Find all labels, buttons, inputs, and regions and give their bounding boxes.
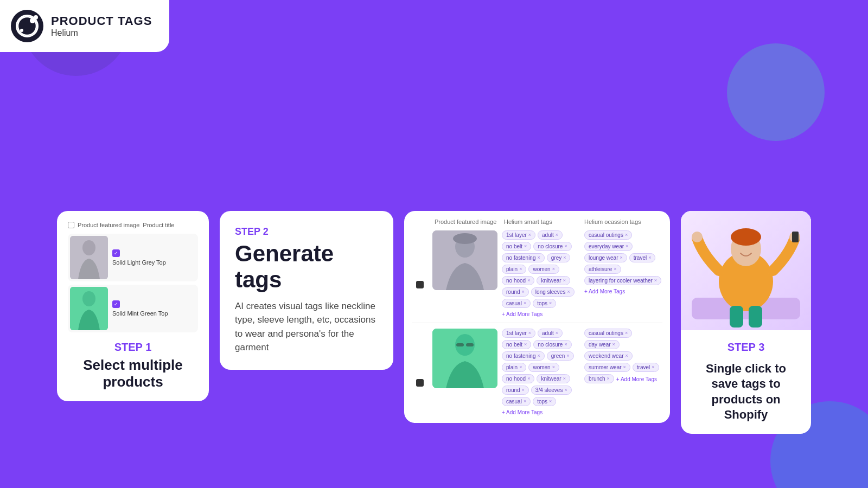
svg-point-2 <box>20 29 23 32</box>
step3-card: STEP 3 Single click to save tags to prod… <box>681 211 811 434</box>
svg-point-0 <box>18 17 36 35</box>
col-header-image: Product featured image <box>435 219 500 225</box>
tag[interactable]: no hood × <box>502 374 534 383</box>
tag[interactable]: lounge wear × <box>584 253 627 262</box>
tag[interactable]: knitwear × <box>537 276 570 285</box>
add-more-tags-row2-smart[interactable]: + Add More Tags <box>502 409 542 415</box>
tag[interactable]: no belt × <box>502 242 531 251</box>
tags-table-header: Product featured image Helium smart tags… <box>412 219 662 225</box>
tag[interactable]: casual × <box>502 397 531 406</box>
row2-checkbox-cell <box>412 329 428 415</box>
product-name-1: Solid Light Grey Top <box>112 259 166 266</box>
row1-occasion-tags: casual outings × everyday wear × lounge … <box>584 230 662 317</box>
tag[interactable]: 3/4 sleeves × <box>531 386 572 395</box>
tag[interactable]: no closure × <box>533 340 571 349</box>
product-name-2: Solid Mint Green Top <box>112 310 168 317</box>
tag[interactable]: no closure × <box>533 242 571 251</box>
row1-smart-tags: 1st layer × adult × no belt × no closure… <box>502 230 580 317</box>
cards-container: Product featured image Product title ✓ S… <box>57 211 811 434</box>
row1-checkbox[interactable] <box>416 281 424 288</box>
step1-card: Product featured image Product title ✓ S… <box>57 211 209 401</box>
add-more-tags-row2-occasion[interactable]: + Add More Tags <box>616 375 657 383</box>
svg-rect-23 <box>730 306 743 328</box>
svg-point-4 <box>82 240 95 255</box>
tag[interactable]: summer wear × <box>584 363 630 372</box>
col-image-label: Product featured image <box>78 222 139 228</box>
add-more-tags-row1-smart[interactable]: + Add More Tags <box>502 311 542 317</box>
app-title: PRODUCT TAGS <box>51 14 152 28</box>
tag[interactable]: no fastening × <box>502 351 545 361</box>
tag[interactable]: everyday wear × <box>584 242 633 251</box>
svg-point-1 <box>30 18 35 23</box>
tag[interactable]: plain × <box>502 363 526 372</box>
tag[interactable]: no hood × <box>502 276 534 285</box>
list-item: ✓ Solid Mint Green Top <box>68 285 198 332</box>
svg-point-19 <box>731 228 761 246</box>
tag[interactable]: plain × <box>502 265 526 274</box>
row1-checkbox-cell <box>412 230 428 317</box>
product-checkbox-1[interactable]: ✓ <box>112 249 120 257</box>
step1-footer: STEP 1 Select multiple products <box>68 341 198 390</box>
step3-description: Single click to save tags to products on… <box>692 361 800 423</box>
deco-circle-top-right <box>727 43 825 141</box>
row1-product-image <box>432 230 497 290</box>
tag[interactable]: weekend wear × <box>584 351 633 361</box>
tag[interactable]: round × <box>502 287 529 297</box>
tag[interactable]: women × <box>528 363 559 372</box>
row2-smart-tags: 1st layer × adult × no belt × no closure… <box>502 329 580 415</box>
tag[interactable]: athleisure × <box>584 265 621 274</box>
product-info: ✓ Solid Mint Green Top <box>112 300 168 317</box>
tag-tops-1[interactable]: tops × <box>533 299 556 308</box>
tag[interactable]: casual outings × <box>584 329 632 338</box>
tag[interactable]: day wear × <box>584 340 620 349</box>
list-item: ✓ Solid Light Grey Top <box>68 234 198 281</box>
header-checkbox[interactable] <box>68 222 74 228</box>
step3-hero-image <box>681 211 811 330</box>
logo-icon <box>11 10 43 42</box>
tag[interactable]: no fastening × <box>502 253 545 262</box>
svg-rect-12 <box>456 343 464 346</box>
svg-point-9 <box>453 233 477 244</box>
brand-name: Helium <box>51 28 152 38</box>
step1-table-header: Product featured image Product title <box>68 222 198 228</box>
tag[interactable]: grey × <box>547 253 571 262</box>
step3-label: STEP 3 <box>727 341 765 354</box>
tag[interactable]: adult × <box>538 230 563 240</box>
table-row: 1st layer × adult × no belt × no closure… <box>412 329 662 415</box>
tag[interactable]: round × <box>502 386 529 395</box>
tag[interactable]: travel × <box>633 363 659 372</box>
tag[interactable]: green × <box>547 351 574 361</box>
tag[interactable]: adult × <box>538 329 563 338</box>
tag[interactable]: brunch × <box>584 374 614 383</box>
product-list: ✓ Solid Light Grey Top ✓ Solid Mint Gree… <box>68 234 198 332</box>
product-image-grey <box>70 236 108 279</box>
step3-content: STEP 3 Single click to save tags to prod… <box>681 330 811 434</box>
svg-point-20 <box>692 232 703 242</box>
svg-rect-22 <box>792 232 799 242</box>
step2-label: STEP 2 <box>235 226 378 237</box>
tag[interactable]: knitwear × <box>537 374 570 383</box>
svg-rect-13 <box>466 343 474 346</box>
tag[interactable]: casual × <box>502 299 531 308</box>
product-info: ✓ Solid Light Grey Top <box>112 249 166 266</box>
tag[interactable]: 1st layer × <box>502 329 535 338</box>
tag-tops-2[interactable]: tops × <box>533 397 556 406</box>
product-checkbox-2[interactable]: ✓ <box>112 300 120 308</box>
row2-product-image <box>432 329 497 388</box>
add-more-tags-row1-occasion[interactable]: + Add More Tags <box>584 288 625 294</box>
step2-title: Generate tags <box>235 241 378 293</box>
tag[interactable]: long sleeves × <box>531 287 575 297</box>
tag[interactable]: no belt × <box>502 340 531 349</box>
col-header-smart: Helium smart tags <box>504 219 580 225</box>
tag[interactable]: travel × <box>629 253 656 262</box>
tags-panel-card: Product featured image Helium smart tags… <box>404 211 670 423</box>
col-header-occasion: Helium ocassion tags <box>584 219 660 225</box>
tag[interactable]: casual outings × <box>584 230 632 240</box>
tag[interactable]: women × <box>528 265 559 274</box>
tag[interactable]: 1st layer × <box>502 230 535 240</box>
step2-description: AI creates visual tags like neckline typ… <box>235 299 378 355</box>
table-row: 1st layer × adult × no belt × no closure… <box>412 230 662 323</box>
tag[interactable]: layering for cooler weather × <box>584 276 661 285</box>
row2-checkbox[interactable] <box>416 379 424 387</box>
col-title-label: Product title <box>143 222 174 228</box>
